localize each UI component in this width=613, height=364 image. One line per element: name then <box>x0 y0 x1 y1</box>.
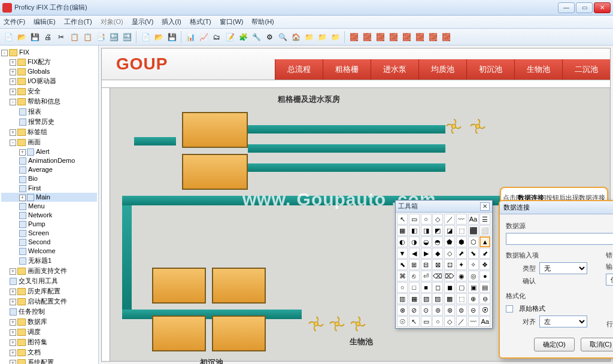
maximize-button[interactable]: ▭ <box>576 2 593 13</box>
toolbox-tool[interactable]: ◓ <box>432 236 443 247</box>
tree-item-label[interactable]: 画面 <box>28 138 41 145</box>
toolbox-tool[interactable]: ⌦ <box>444 271 455 281</box>
toolbar-button[interactable]: 🧱 <box>414 31 426 43</box>
toolbar-button[interactable]: 📈 <box>198 31 210 43</box>
tree-toggle[interactable]: + <box>10 350 16 356</box>
toolbox-tool[interactable]: ／ <box>444 214 455 225</box>
toolbox-tool[interactable]: Aa <box>480 316 490 327</box>
toolbox-tool[interactable]: ⬉ <box>397 259 408 270</box>
tree-item-label[interactable]: 启动配置文件 <box>28 298 67 305</box>
toolbox-tool[interactable]: 〰 <box>468 316 479 327</box>
toolbox-tool[interactable]: ◑ <box>409 236 420 247</box>
tree-item-label[interactable]: 任务控制 <box>19 308 45 315</box>
toolbox-tool[interactable]: ◻ <box>432 282 443 293</box>
toolbox-tool[interactable]: ⊗ <box>397 305 408 316</box>
tree-toggle[interactable]: + <box>10 360 16 364</box>
menu-window[interactable]: 窗口(W) <box>220 17 244 26</box>
toolbox-tool[interactable]: ◀ <box>409 248 420 259</box>
toolbox-tool[interactable]: ⊝ <box>468 305 479 316</box>
toolbar-button[interactable]: 🧱 <box>440 31 452 43</box>
toolbox-tool[interactable]: ■ <box>421 282 432 293</box>
toolbox-tool[interactable]: ▦ <box>409 293 420 304</box>
tree-item-label[interactable]: 系统配置 <box>28 359 54 364</box>
toolbox-tool[interactable]: ／ <box>456 316 467 327</box>
toolbar-button[interactable]: 📄 <box>139 31 151 43</box>
toolbox-tool[interactable]: ◆ <box>432 248 443 259</box>
toolbox-tool[interactable]: ◎ <box>468 271 479 281</box>
toolbar-button[interactable]: 📂 <box>153 31 165 43</box>
toolbox-tool[interactable]: ◼ <box>444 282 455 293</box>
toolbox-tool[interactable]: ● <box>480 271 490 281</box>
project-tree[interactable]: -FIX +FIX配方+Globals+I/O驱动器+安全-帮助和信息报表报警历… <box>0 46 99 364</box>
toolbar-button[interactable]: 📁 <box>316 31 328 43</box>
toolbox-tool[interactable]: ↖ <box>409 316 420 327</box>
toolbox-tool[interactable]: ⬋ <box>480 248 490 259</box>
toolbox-tool[interactable]: ⊜ <box>456 305 467 316</box>
toolbox-tool[interactable]: ⬈ <box>456 248 467 259</box>
toolbar-button[interactable]: 📂 <box>16 31 28 43</box>
toolbar-button[interactable]: 💾 <box>166 31 178 43</box>
nav-tab[interactable]: 二沉池 <box>562 59 610 80</box>
toolbox-tool[interactable]: ○ <box>421 214 432 225</box>
tree-item-label[interactable]: 报表 <box>28 108 41 115</box>
raw-checkbox[interactable] <box>506 305 513 313</box>
toolbox-tool[interactable]: ◨ <box>421 225 432 236</box>
toolbox-tool[interactable]: ▩ <box>444 293 455 304</box>
toolbox-tool[interactable]: ◪ <box>444 225 455 236</box>
tree-root-label[interactable]: FIX <box>19 48 29 56</box>
toolbox-tool[interactable]: ◐ <box>397 236 408 247</box>
toolbox-tool[interactable]: ▶ <box>421 248 432 259</box>
tree-toggle[interactable]: + <box>10 59 16 66</box>
tree-item-label[interactable]: Welcome <box>28 247 56 254</box>
menu-help[interactable]: 帮助(H) <box>251 17 274 26</box>
tree-toggle[interactable]: + <box>10 339 16 346</box>
tree-item-label[interactable]: 报警历史 <box>28 118 54 125</box>
toolbox-tool[interactable]: ⬛ <box>468 225 479 236</box>
toolbox-tool[interactable]: ☰ <box>480 214 490 225</box>
toolbox-tool[interactable]: ▥ <box>397 293 408 304</box>
toolbar-button[interactable]: 🧱 <box>400 31 412 43</box>
toolbox-tool[interactable]: ▭ <box>421 316 432 327</box>
toolbar-button[interactable]: 🧩 <box>237 31 249 43</box>
toolbox-tool[interactable]: ⊡ <box>444 259 455 270</box>
toolbar-button[interactable]: 📊 <box>184 31 196 43</box>
tree-item-label[interactable]: Main <box>36 193 50 201</box>
toolbar-button[interactable]: 💾 <box>29 31 41 43</box>
toolbox-tool[interactable]: □ <box>409 282 420 293</box>
toolbar-button[interactable]: 📋 <box>81 31 93 43</box>
fan-icon[interactable] <box>469 118 486 135</box>
tree-toggle[interactable]: - <box>1 50 8 56</box>
toolbox-tool[interactable]: ⬟ <box>444 236 455 247</box>
tree-item-label[interactable]: Globals <box>28 68 50 75</box>
toolbar-button[interactable]: 📁 <box>303 31 315 43</box>
toolbox-tool[interactable]: ⬜ <box>480 225 490 236</box>
toolbox-tool[interactable]: Aa <box>468 214 479 225</box>
datasource-input[interactable] <box>506 233 613 245</box>
nav-tab[interactable]: 生物池 <box>514 59 562 80</box>
toolbox-tool[interactable]: ▣ <box>468 282 479 293</box>
toolbox-tool[interactable]: ⊙ <box>421 305 432 316</box>
toolbox-tool[interactable]: ◇ <box>444 248 455 259</box>
toolbox-tool[interactable]: ⏎ <box>421 271 432 281</box>
toolbox-tool[interactable]: ○ <box>432 316 443 327</box>
fan-icon[interactable] <box>350 316 366 332</box>
tree-item-label[interactable]: Network <box>28 211 52 219</box>
tank[interactable] <box>152 316 206 351</box>
menu-edit[interactable]: 编辑(E) <box>34 17 56 26</box>
toolbox-tool[interactable]: ⊞ <box>409 259 420 270</box>
toolbox-tool[interactable]: ⊕ <box>468 293 479 304</box>
toolbar-button[interactable]: 📋 <box>68 31 80 43</box>
toolbox-tool[interactable]: ⊛ <box>444 305 455 316</box>
tree-item-label[interactable]: 调度 <box>28 328 41 335</box>
toolbar-button[interactable]: ✂ <box>55 31 67 43</box>
tree-toggle[interactable]: + <box>10 78 16 85</box>
tank[interactable] <box>212 316 266 351</box>
tree-item-label[interactable]: 安全 <box>28 87 41 95</box>
toolbox-tool[interactable]: ⊠ <box>432 259 443 270</box>
toolbar-button[interactable]: 📁 <box>329 31 341 43</box>
tree-toggle[interactable]: - <box>10 99 16 105</box>
toolbar-button[interactable]: 📄 <box>2 31 14 43</box>
tree-item-label[interactable]: 无标题1 <box>28 257 51 264</box>
toolbar-button[interactable]: 📑 <box>95 31 107 43</box>
toolbox-tool[interactable]: ◇ <box>444 316 455 327</box>
